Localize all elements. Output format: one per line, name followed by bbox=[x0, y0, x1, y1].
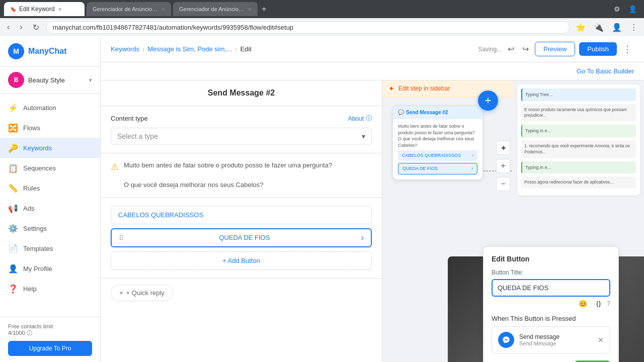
minus-canvas-button[interactable]: − bbox=[496, 177, 510, 191]
sidebar: M ManyChat B Beauty Style ▾ ⚡ Automation… bbox=[0, 36, 101, 362]
breadcrumb-message[interactable]: Message is Sim, Pode sim,... bbox=[147, 45, 232, 53]
button-option-2-selected[interactable]: ⠿ QUEDA DE FIOS › bbox=[111, 228, 372, 247]
automation-icon: ⚡ bbox=[8, 103, 18, 113]
about-link[interactable]: About ⓘ bbox=[348, 114, 372, 123]
templates-icon: 📄 bbox=[8, 243, 18, 253]
brand-name: Beauty Style bbox=[28, 76, 85, 84]
flow-step-4: 1. recomendo que você experimente Amonia… bbox=[521, 140, 636, 158]
my-profile-icon: 👤 bbox=[8, 263, 18, 274]
upgrade-to-pro-button[interactable]: Upgrade To Pro bbox=[8, 341, 92, 356]
button-arrow-icon: › bbox=[361, 233, 364, 242]
back-button[interactable]: ‹ bbox=[4, 22, 13, 33]
flow-step-1: Typing Tree... bbox=[521, 88, 636, 101]
sidebar-item-templates[interactable]: 📄 Templates bbox=[0, 238, 100, 258]
tab-3-close[interactable]: ✕ bbox=[248, 7, 252, 12]
quick-reply-button[interactable]: + + Quick reply bbox=[111, 285, 173, 301]
sidebar-item-flows[interactable]: 🔀 Flows bbox=[0, 118, 100, 138]
chevron-down-icon: ▾ bbox=[362, 132, 365, 140]
button-2-text: QUEDA DE FIOS bbox=[219, 234, 270, 241]
flow-canvas: ✦ Edit step in sidebar 💬 Send Message #2… bbox=[382, 80, 644, 362]
breadcrumb-current: Edit bbox=[240, 45, 251, 53]
variable-button[interactable]: {} bbox=[593, 299, 604, 308]
button-option-1[interactable]: CABELOS QUEBRADISSOS bbox=[111, 206, 372, 224]
publish-button[interactable]: Publish bbox=[579, 42, 617, 56]
goto-basic-builder-link[interactable]: Go To Basic Builder bbox=[577, 67, 634, 75]
sidebar-nav: ⚡ Automation 🔀 Flows 🔑 Keywords 📋 Sequen… bbox=[0, 94, 100, 317]
ads-icon: 📢 bbox=[8, 203, 18, 213]
tab-3[interactable]: Gerenciador de Anúncios - Gere... ✕ bbox=[173, 2, 258, 16]
sidebar-item-keywords[interactable]: 🔑 Keywords bbox=[0, 138, 100, 158]
drag-handle-icon: ⠿ bbox=[119, 234, 124, 242]
sidebar-item-label: Automation bbox=[23, 104, 56, 112]
warning-section: ⚠ Muito bem antes de falar sobre o produ… bbox=[101, 153, 382, 198]
canvas-action-buttons: ✦ + − bbox=[496, 141, 510, 191]
input-toolbar: 😊 {} 7 bbox=[492, 299, 610, 309]
address-bar-row: ‹ › ↻ manychat.com/fb101948677827481/aut… bbox=[0, 18, 644, 36]
when-pressed-label: When This Button is Pressed bbox=[492, 315, 610, 322]
breadcrumb-separator-2: › bbox=[235, 45, 237, 53]
sidebar-item-label: My Profile bbox=[23, 265, 52, 273]
breadcrumb-keywords[interactable]: Keywords bbox=[111, 45, 139, 53]
edit-step-text: Edit step in sidebar bbox=[398, 85, 450, 92]
wand-button[interactable]: ✦ bbox=[496, 141, 510, 155]
flow-step-2: E nosso produto raramente usa químicos q… bbox=[521, 104, 636, 122]
keywords-icon: 🔑 bbox=[8, 143, 18, 153]
sidebar-item-label: Flows bbox=[23, 124, 40, 132]
sidebar-item-help[interactable]: ❓ Help bbox=[0, 279, 100, 299]
forward-button[interactable]: › bbox=[17, 22, 25, 33]
refresh-button[interactable]: ↻ bbox=[30, 22, 42, 33]
tab-2-close[interactable]: ✕ bbox=[161, 7, 165, 12]
button-title-input[interactable] bbox=[492, 279, 610, 297]
breadcrumb: Keywords › Message is Sim, Pode sim,... … bbox=[111, 45, 474, 53]
add-flow-button[interactable]: + bbox=[478, 90, 498, 111]
content-type-select[interactable]: Select a type ▾ bbox=[111, 128, 372, 145]
tab-2[interactable]: Gerenciador de Anúncios - Gere... ✕ bbox=[87, 2, 171, 16]
sequences-icon: 📋 bbox=[8, 163, 18, 173]
send-message-title: Send message bbox=[519, 333, 593, 340]
tab-close-icon[interactable]: ✕ bbox=[58, 7, 62, 12]
sidebar-item-ads[interactable]: 📢 Ads bbox=[0, 198, 100, 218]
close-send-message-button[interactable]: ✕ bbox=[598, 336, 604, 344]
edit-button-title: Edit Button bbox=[492, 255, 610, 263]
flows-icon: 🔀 bbox=[8, 123, 18, 133]
preview-button[interactable]: Preview bbox=[535, 42, 575, 56]
add-button[interactable]: + Add Button bbox=[111, 251, 372, 270]
send-message-item: Send message Send Message ✕ bbox=[492, 326, 610, 353]
sidebar-item-rules[interactable]: 📏 Rules bbox=[0, 178, 100, 198]
breadcrumb-separator: › bbox=[142, 45, 144, 53]
brand-avatar: B bbox=[8, 72, 24, 88]
sidebar-item-sequences[interactable]: 📋 Sequences bbox=[0, 158, 100, 178]
info-icon: ⓘ bbox=[366, 114, 372, 123]
sidebar-item-label: Ads bbox=[23, 205, 34, 212]
plus-canvas-button[interactable]: + bbox=[496, 159, 510, 173]
sidebar-item-settings[interactable]: ⚙️ Settings bbox=[0, 218, 100, 238]
undo-button[interactable]: ↩ bbox=[506, 42, 516, 56]
sidebar-item-automation[interactable]: ⚡ Automation bbox=[0, 98, 100, 118]
emoji-button[interactable]: 😊 bbox=[576, 299, 590, 309]
send-message-subtitle: Send Message bbox=[519, 340, 593, 346]
panel-header: Send Message #2 bbox=[101, 80, 382, 106]
flow-step-3: Typing in e... bbox=[521, 125, 636, 137]
manychat-logo-icon: M bbox=[8, 43, 24, 59]
tab-active[interactable]: 🔖 Edit Keyword ✕ bbox=[4, 2, 85, 16]
sidebar-item-label: Help bbox=[23, 285, 37, 293]
node-button-1[interactable]: CABELOS QUEBRADISSOS › bbox=[398, 150, 477, 161]
node-button-2[interactable]: QUEDA DE FIOS › bbox=[398, 163, 477, 174]
send-message-info: Send message Send Message bbox=[519, 333, 593, 346]
sidebar-logo: M ManyChat bbox=[0, 36, 100, 67]
sidebar-item-my-profile[interactable]: 👤 My Profile bbox=[0, 258, 100, 279]
brand-selector[interactable]: B Beauty Style ▾ bbox=[0, 67, 100, 94]
more-options-icon[interactable]: ⋮ bbox=[621, 42, 634, 57]
star-icon: ✦ bbox=[388, 84, 394, 93]
sidebar-item-label: Templates bbox=[23, 245, 53, 252]
redo-button[interactable]: ↪ bbox=[520, 42, 531, 56]
free-contacts-info: Free contacts limit 4/1000 ⓘ bbox=[8, 323, 92, 337]
url-bar[interactable]: manychat.com/fb101948677827481/automatio… bbox=[46, 21, 570, 34]
warning-text: Muito bem antes de falar sobre o produto… bbox=[124, 160, 332, 190]
settings-icon: ⚙️ bbox=[8, 223, 18, 233]
new-tab-button[interactable]: + bbox=[260, 5, 268, 14]
main-content: Keywords › Message is Sim, Pode sim,... … bbox=[101, 36, 644, 362]
sidebar-item-label: Settings bbox=[23, 225, 47, 232]
chevron-down-icon: ▾ bbox=[89, 77, 92, 83]
flow-step-6: Posso agora redirecionar fazer de aplica… bbox=[521, 176, 636, 189]
